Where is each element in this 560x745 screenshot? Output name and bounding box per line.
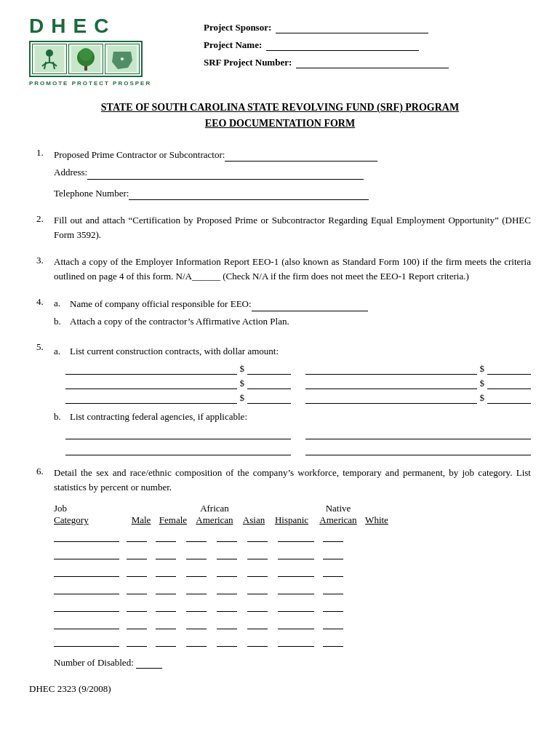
cell-hispanic-3[interactable] bbox=[247, 567, 268, 577]
cell-male-4[interactable] bbox=[127, 584, 147, 594]
cell-job-2[interactable] bbox=[54, 549, 119, 559]
logo-e: E bbox=[73, 15, 87, 38]
cell-white-4[interactable] bbox=[323, 584, 343, 594]
cell-female-6[interactable] bbox=[156, 619, 176, 629]
cell-job-3[interactable] bbox=[54, 567, 119, 577]
cell-african-6[interactable] bbox=[186, 619, 207, 629]
agency-2a[interactable] bbox=[65, 444, 291, 455]
cell-asian-4[interactable] bbox=[217, 584, 237, 594]
cell-white-2[interactable] bbox=[323, 549, 343, 559]
contract-amount-2b[interactable] bbox=[487, 378, 531, 389]
contract-name-3a[interactable] bbox=[65, 392, 237, 404]
logo-d: D bbox=[29, 15, 44, 38]
cell-hispanic-5[interactable] bbox=[247, 602, 268, 612]
cell-hispanic-1[interactable] bbox=[247, 532, 268, 542]
section-2-text: Fill out and attach “Certification by Pr… bbox=[54, 213, 531, 242]
col-female-header: Female bbox=[156, 514, 191, 526]
contractor-field[interactable] bbox=[225, 147, 377, 162]
contract-amount-1a[interactable] bbox=[247, 363, 291, 375]
cell-female-2[interactable] bbox=[156, 549, 176, 559]
logo-img-person bbox=[32, 44, 67, 74]
srf-number-value[interactable] bbox=[296, 68, 449, 68]
project-info: Project Sponsor: Project Name: SRF Proje… bbox=[160, 15, 531, 74]
section-4a-text: Name of company official responsible for… bbox=[70, 296, 368, 311]
cell-female-1[interactable] bbox=[156, 532, 176, 542]
cell-female-5[interactable] bbox=[156, 602, 176, 612]
cell-female-3[interactable] bbox=[156, 567, 176, 577]
cell-hispanic-7[interactable] bbox=[247, 637, 268, 647]
cell-white-6[interactable] bbox=[323, 619, 343, 629]
address-field[interactable] bbox=[87, 164, 364, 180]
disabled-field[interactable] bbox=[136, 658, 162, 669]
cell-female-7[interactable] bbox=[156, 637, 176, 647]
cell-hispanic-4[interactable] bbox=[247, 584, 268, 594]
cell-asian-1[interactable] bbox=[217, 532, 237, 542]
cell-african-1[interactable] bbox=[186, 532, 207, 542]
cell-male-5[interactable] bbox=[127, 602, 147, 612]
cell-hispanic-6[interactable] bbox=[247, 619, 268, 629]
cell-job-1[interactable] bbox=[54, 532, 119, 542]
cell-african-2[interactable] bbox=[186, 549, 207, 559]
logo-image-boxes bbox=[29, 41, 143, 77]
title-line1: STATE OF SOUTH CAROLINA STATE REVOLVING … bbox=[29, 100, 531, 116]
agency-2b[interactable] bbox=[305, 444, 531, 455]
project-sponsor-value[interactable] bbox=[276, 33, 428, 33]
contract-name-2b[interactable] bbox=[305, 378, 477, 389]
section-2-number: 2. bbox=[36, 213, 49, 244]
cell-native-7[interactable] bbox=[278, 637, 314, 647]
cell-asian-3[interactable] bbox=[217, 567, 237, 577]
logo-area: D H E C bbox=[29, 15, 160, 87]
contract-amount-1b[interactable] bbox=[487, 363, 531, 375]
cell-male-6[interactable] bbox=[127, 619, 147, 629]
agency-1b[interactable] bbox=[305, 428, 531, 439]
contract-name-2a[interactable] bbox=[65, 378, 237, 389]
contract-row-2a: $ bbox=[65, 378, 291, 389]
contract-amount-2a[interactable] bbox=[247, 378, 291, 389]
cell-african-5[interactable] bbox=[186, 602, 207, 612]
cell-male-1[interactable] bbox=[127, 532, 147, 542]
cell-hispanic-2[interactable] bbox=[247, 549, 268, 559]
cell-male-7[interactable] bbox=[127, 637, 147, 647]
cell-asian-7[interactable] bbox=[217, 637, 237, 647]
cell-white-5[interactable] bbox=[323, 602, 343, 612]
disabled-label: Number of Disabled: bbox=[54, 657, 134, 668]
eeo-official-field[interactable] bbox=[252, 296, 368, 311]
cell-male-2[interactable] bbox=[127, 549, 147, 559]
cell-native-4[interactable] bbox=[278, 584, 314, 594]
cell-white-3[interactable] bbox=[323, 567, 343, 577]
cell-job-6[interactable] bbox=[54, 619, 119, 629]
cell-native-2[interactable] bbox=[278, 549, 314, 559]
cell-white-1[interactable] bbox=[323, 532, 343, 542]
contract-name-1a[interactable] bbox=[65, 363, 237, 375]
cell-asian-6[interactable] bbox=[217, 619, 237, 629]
cell-native-6[interactable] bbox=[278, 619, 314, 629]
cell-white-7[interactable] bbox=[323, 637, 343, 647]
section-2-body: Fill out and attach “Certification by Pr… bbox=[54, 213, 531, 244]
srf-number-label: SRF Project Number: bbox=[204, 57, 292, 68]
cell-native-3[interactable] bbox=[278, 567, 314, 577]
cell-african-4[interactable] bbox=[186, 584, 207, 594]
cell-native-5[interactable] bbox=[278, 602, 314, 612]
cell-native-1[interactable] bbox=[278, 532, 314, 542]
agency-1a[interactable] bbox=[65, 428, 291, 439]
cell-job-4[interactable] bbox=[54, 584, 119, 594]
cell-african-7[interactable] bbox=[186, 637, 207, 647]
cell-male-3[interactable] bbox=[127, 567, 147, 577]
section-5-body: a. List current construction contracts, … bbox=[54, 341, 531, 455]
cell-job-7[interactable] bbox=[54, 637, 119, 647]
contract-amount-3b[interactable] bbox=[487, 392, 531, 404]
project-name-value[interactable] bbox=[266, 50, 419, 51]
contract-amount-3a[interactable] bbox=[247, 392, 291, 404]
contract-row-1b: $ bbox=[305, 363, 531, 375]
cell-job-5[interactable] bbox=[54, 602, 119, 612]
project-sponsor-line: Project Sponsor: bbox=[204, 22, 531, 33]
contract-name-1b[interactable] bbox=[305, 363, 477, 375]
table-row bbox=[54, 637, 531, 647]
cell-asian-5[interactable] bbox=[217, 602, 237, 612]
cell-female-4[interactable] bbox=[156, 584, 176, 594]
agencies-area bbox=[65, 428, 531, 455]
contract-name-3b[interactable] bbox=[305, 392, 477, 404]
cell-asian-2[interactable] bbox=[217, 549, 237, 559]
cell-african-3[interactable] bbox=[186, 567, 207, 577]
telephone-field[interactable] bbox=[129, 186, 369, 201]
